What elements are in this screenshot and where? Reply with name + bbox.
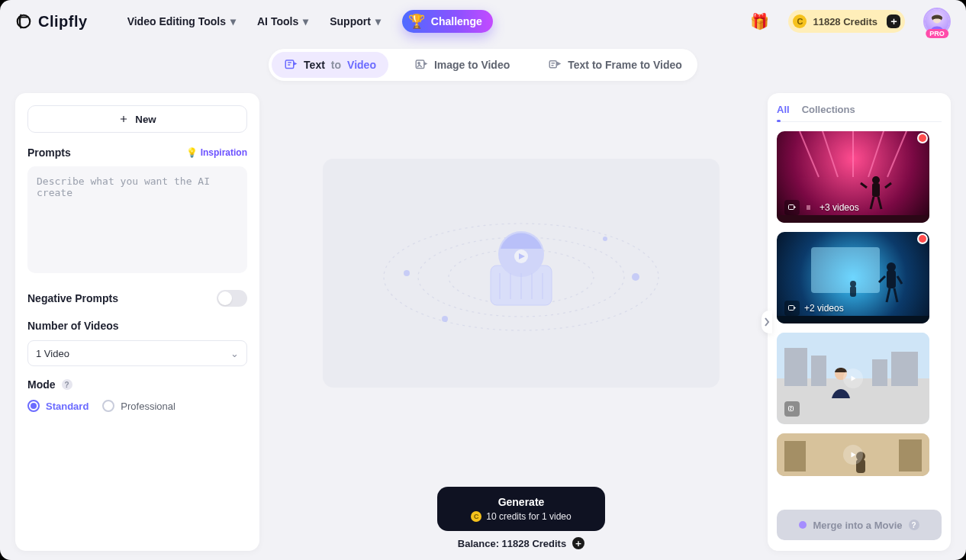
- coin-icon: C: [471, 511, 481, 522]
- numvideos-title: Number of Videos: [27, 320, 119, 332]
- chevron-right-icon: [764, 317, 770, 327]
- negative-title: Negative Prompts: [27, 292, 118, 304]
- image-to-video-icon: [784, 301, 800, 316]
- negative-row: Negative Prompts: [27, 290, 247, 307]
- nav-video-editing[interactable]: Video Editing Tools ▾: [127, 15, 236, 27]
- numvideos-value: 1 Video: [36, 348, 69, 359]
- right-panel: All Collections: [768, 93, 951, 551]
- prompts-header: Prompts 💡 Inspiration: [27, 146, 247, 159]
- right-tab-all[interactable]: All: [777, 104, 790, 115]
- generate-sub: 10 credits for 1 video: [486, 511, 571, 522]
- tab-t2v-text: Text: [304, 59, 325, 71]
- svg-rect-36: [789, 306, 794, 311]
- negative-toggle[interactable]: [217, 290, 247, 307]
- layout: New Prompts 💡 Inspiration Negative Promp…: [0, 81, 966, 560]
- merge-orb-icon: [799, 521, 807, 529]
- prompts-title: Prompts: [27, 146, 71, 159]
- nav: Video Editing Tools ▾ AI Tools ▾ Support…: [127, 10, 493, 33]
- svg-point-28: [872, 176, 880, 184]
- balance-label: Balance: 11828 Credits: [458, 538, 566, 549]
- collapse-handle[interactable]: [762, 311, 772, 333]
- svg-rect-46: [784, 441, 806, 471]
- svg-rect-41: [891, 352, 918, 386]
- tab-i2v-label: Image to Video: [434, 59, 510, 71]
- text-to-video-icon: [284, 58, 298, 72]
- new-button[interactable]: New: [27, 105, 247, 133]
- chevron-down-icon: ▾: [303, 15, 308, 27]
- nav-support[interactable]: Support ▾: [330, 15, 381, 27]
- logo-icon: [15, 13, 32, 30]
- mode-standard[interactable]: Standard: [27, 400, 89, 412]
- svg-rect-40: [811, 356, 826, 386]
- generate-title: Generate: [498, 496, 545, 508]
- bulb-icon: 💡: [186, 147, 198, 158]
- radio-dot: [102, 400, 114, 412]
- thumbnails[interactable]: +3 videos: [777, 131, 942, 504]
- text-to-frame-to-video-icon: [548, 58, 562, 72]
- svg-rect-30: [789, 205, 794, 210]
- nav-challenge-label: Challenge: [431, 15, 482, 27]
- svg-line-24: [823, 131, 838, 177]
- mode-professional-label: Professional: [121, 401, 175, 412]
- plus-icon[interactable]: ＋: [887, 14, 900, 28]
- center-area: Generate C 10 credits for 1 video Balanc…: [287, 93, 755, 551]
- mode-radios: Standard Professional: [27, 400, 247, 412]
- chevron-down-icon: ⌄: [230, 348, 239, 359]
- empty-state-illustration: [361, 174, 681, 372]
- generate-wrap: Generate C 10 credits for 1 video Balanc…: [437, 487, 605, 549]
- svg-point-5: [418, 63, 420, 64]
- nav-challenge[interactable]: 🏆 Challenge: [402, 10, 493, 33]
- mode-professional[interactable]: Professional: [102, 400, 175, 412]
- add-credits-button[interactable]: ＋: [572, 537, 584, 549]
- help-icon[interactable]: ?: [62, 379, 72, 390]
- mode-standard-label: Standard: [46, 401, 89, 412]
- thumb-market[interactable]: [777, 433, 929, 476]
- mode-row: Mode ?: [27, 378, 247, 391]
- mode-tabs: Text to Video Image to Video Text to Fra…: [269, 49, 697, 81]
- svg-line-23: [800, 131, 819, 177]
- thumb-street-girl[interactable]: [777, 333, 929, 424]
- prompt-input[interactable]: [27, 166, 247, 273]
- new-label: New: [135, 114, 156, 125]
- svg-point-34: [850, 281, 856, 287]
- tab-tfv-label: Text to Frame to Video: [568, 59, 682, 71]
- nav-ai-tools[interactable]: AI Tools ▾: [257, 15, 308, 27]
- image-to-video-icon: [784, 200, 800, 215]
- credits-pill[interactable]: C 11828 Credits ＋: [788, 10, 905, 33]
- help-icon: ?: [909, 520, 919, 530]
- svg-rect-33: [887, 270, 896, 288]
- thumb-stage-pink[interactable]: +3 videos: [777, 131, 929, 223]
- svg-rect-35: [850, 286, 856, 297]
- tab-text-frame-video[interactable]: Text to Frame to Video: [536, 52, 694, 78]
- preview-stage: [323, 159, 720, 388]
- thumb-concert-blue[interactable]: +2 videos: [777, 232, 929, 323]
- right-tab-collections[interactable]: Collections: [802, 104, 855, 115]
- thumb-count-label: +2 videos: [804, 303, 844, 314]
- tab-text-to-video[interactable]: Text to Video: [272, 52, 388, 78]
- svg-rect-47: [899, 439, 922, 471]
- svg-point-12: [442, 316, 448, 322]
- avatar[interactable]: PRO: [923, 8, 951, 35]
- stack-icon: [804, 200, 815, 215]
- chevron-down-icon: ▾: [230, 15, 236, 27]
- brand[interactable]: Clipfly: [15, 13, 88, 31]
- svg-rect-44: [789, 407, 794, 411]
- gift-icon[interactable]: 🎁: [749, 11, 770, 32]
- svg-point-11: [632, 273, 639, 281]
- tab-image-to-video[interactable]: Image to Video: [402, 52, 522, 78]
- trophy-icon: 🏆: [408, 13, 425, 30]
- inspiration-link[interactable]: 💡 Inspiration: [186, 147, 247, 158]
- radio-dot: [27, 400, 40, 412]
- play-icon: [843, 445, 863, 465]
- merge-button[interactable]: Merge into a Movie ?: [777, 510, 942, 540]
- svg-rect-31: [811, 247, 880, 293]
- numvideos-select[interactable]: 1 Video ⌄: [27, 340, 247, 366]
- svg-line-26: [868, 131, 884, 177]
- svg-rect-42: [872, 359, 887, 386]
- generate-button[interactable]: Generate C 10 credits for 1 video: [437, 487, 605, 531]
- right-tabs: All Collections: [777, 104, 942, 122]
- topbar: Clipfly Video Editing Tools ▾ AI Tools ▾…: [0, 0, 966, 43]
- brand-text: Clipfly: [38, 13, 88, 31]
- coin-icon: C: [793, 14, 807, 28]
- mode-title: Mode: [27, 378, 56, 391]
